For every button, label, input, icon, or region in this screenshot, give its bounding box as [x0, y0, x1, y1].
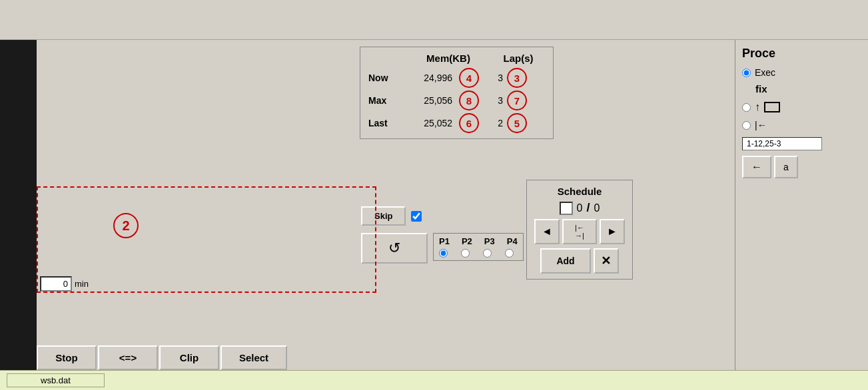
p1-label: P1 [439, 236, 450, 246]
last-mem-val: 25,052 [406, 118, 452, 128]
add-button[interactable]: Add [540, 248, 590, 274]
status-filename: wsb.dat [7, 373, 105, 387]
p1-radio[interactable] [439, 249, 448, 258]
min-input[interactable] [40, 276, 72, 292]
reload-icon: ↺ [388, 240, 400, 256]
schedule-panel: Schedule 0 / 0 ◄ |←→| ► Add ✕ [526, 180, 633, 280]
left-panel [0, 40, 37, 370]
schedule-num1: 0 [577, 202, 583, 214]
fix-label: fix [755, 83, 767, 95]
now-lap-val: 3 [483, 73, 503, 83]
mem-header: Mem(KB) [405, 53, 492, 64]
annotation-circle-2: 2 [113, 213, 139, 238]
stats-panel: Mem(KB) Lap(s) Now 24,996 4 3 3 Max 25,0… [360, 47, 554, 139]
last-lap-val: 2 [483, 118, 503, 128]
x-button[interactable]: ✕ [594, 248, 619, 274]
range-input[interactable] [742, 137, 822, 150]
arrow-button[interactable]: <=> [98, 345, 158, 370]
exec-radio[interactable] [742, 69, 751, 77]
schedule-checkbox[interactable] [560, 202, 573, 215]
last-label: Last [368, 118, 402, 128]
radio-panel: P1 P2 P3 P4 [433, 233, 524, 261]
schedule-num2: 0 [594, 202, 600, 214]
status-bar: wsb.dat [0, 370, 868, 390]
now-mem-val: 24,996 [406, 73, 452, 83]
p4-label: P4 [507, 236, 518, 246]
a-button[interactable]: a [774, 156, 798, 178]
min-unit-label: min [75, 279, 89, 289]
max-label: Max [368, 95, 402, 106]
back-icon: |← [755, 120, 767, 130]
up-radio[interactable] [742, 103, 751, 112]
p2-label: P2 [462, 236, 472, 246]
p3-label: P3 [484, 236, 495, 246]
select-button[interactable]: Select [220, 345, 287, 370]
exec-label: Exec [755, 67, 775, 78]
schedule-next-button[interactable]: ► [600, 219, 625, 244]
schedule-prev-button[interactable]: ◄ [534, 219, 560, 244]
schedule-title: Schedule [532, 186, 627, 197]
lap-header: Lap(s) [492, 53, 545, 64]
now-label: Now [368, 73, 402, 83]
max-mem-val: 25,056 [406, 95, 452, 106]
stop-button[interactable]: Stop [37, 345, 97, 370]
up-shape [764, 102, 780, 112]
skip-checkbox[interactable] [411, 211, 422, 222]
annotation-circle-3: 3 [507, 68, 527, 88]
annotation-circle-4: 4 [459, 68, 479, 88]
process-arrow-button[interactable]: ← [742, 156, 771, 178]
schedule-skip-button[interactable]: |←→| [562, 219, 597, 244]
schedule-slash: / [586, 201, 590, 215]
clip-button[interactable]: Clip [159, 345, 219, 370]
p3-radio[interactable] [483, 249, 492, 258]
bottom-buttons-row: Stop <=> Clip Select [37, 345, 287, 370]
min-row: min [40, 276, 89, 292]
process-panel: Proce Exec fix ↑ |← ← a [735, 40, 868, 370]
annotation-circle-5: 5 [507, 113, 527, 133]
annotation-circle-7: 7 [507, 91, 527, 110]
p4-radio[interactable] [505, 249, 514, 258]
annotation-circle-8: 8 [459, 91, 479, 110]
up-icon: ↑ [755, 101, 760, 113]
back-radio[interactable] [742, 121, 751, 130]
top-bar [0, 0, 868, 40]
max-lap-val: 3 [483, 95, 503, 106]
process-title: Proce [742, 47, 861, 61]
x-icon: ✕ [601, 254, 611, 268]
schedule-skip-icon: |←→| [575, 224, 584, 240]
p2-radio[interactable] [461, 249, 470, 258]
annotation-circle-6: 6 [459, 113, 479, 133]
